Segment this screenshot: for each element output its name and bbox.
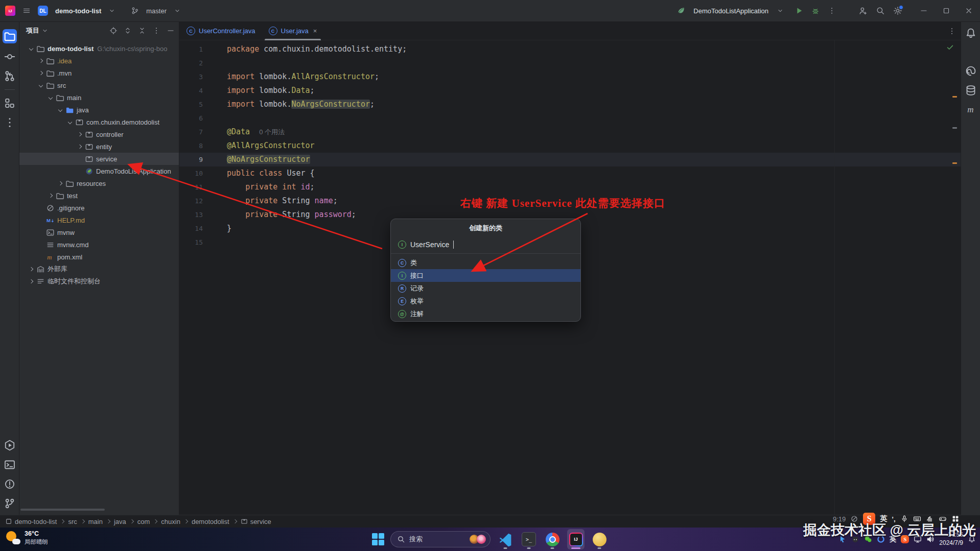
- ai-assistant-button[interactable]: [965, 65, 977, 77]
- project-view-chevron-icon[interactable]: [41, 27, 49, 34]
- locate-file-icon[interactable]: [109, 27, 118, 35]
- tree-item-resources[interactable]: resources: [19, 177, 179, 189]
- tree-item-mvnw[interactable]: mvnw: [19, 226, 179, 238]
- add-user-icon[interactable]: [858, 6, 868, 15]
- window-minimize-button[interactable]: [920, 7, 928, 15]
- line-number[interactable]: 10: [179, 166, 208, 180]
- pull-requests-tool-button[interactable]: [4, 70, 16, 82]
- more-run-options-icon[interactable]: [828, 7, 836, 15]
- tree-item-java[interactable]: java: [19, 104, 179, 116]
- tree-item-________[interactable]: 临时文件和控制台: [19, 275, 179, 288]
- line-number[interactable]: 8: [179, 139, 208, 153]
- structure-tool-button[interactable]: [4, 97, 16, 109]
- window-maximize-button[interactable]: [942, 7, 950, 15]
- line-number[interactable]: 1: [179, 42, 208, 56]
- tree-item-test[interactable]: test: [19, 189, 179, 202]
- taskbar-app-navicat[interactable]: [591, 529, 608, 549]
- services-tool-button[interactable]: [4, 439, 16, 451]
- panel-options-icon[interactable]: [152, 27, 160, 35]
- line-number[interactable]: 12: [179, 194, 208, 208]
- kind-item-record[interactable]: R记录: [391, 282, 580, 295]
- tree-chevron-icon[interactable]: [27, 265, 35, 273]
- line-number[interactable]: 13: [179, 208, 208, 222]
- taskbar-app-terminal[interactable]: >_: [520, 529, 538, 549]
- class-name-input[interactable]: I UserService: [391, 237, 580, 252]
- tree-chevron-icon[interactable]: [27, 277, 35, 285]
- project-tool-button[interactable]: [3, 29, 17, 43]
- tree-item-.mvn[interactable]: .mvn: [19, 67, 179, 79]
- main-menu-icon[interactable]: [22, 7, 31, 15]
- line-number[interactable]: 4: [179, 84, 208, 98]
- database-tool-button[interactable]: [965, 84, 977, 97]
- project-badge[interactable]: DL: [38, 6, 48, 16]
- taskbar-search[interactable]: 搜索: [390, 531, 491, 547]
- horizontal-scrollbar[interactable]: [20, 509, 105, 511]
- window-close-button[interactable]: [965, 7, 973, 15]
- tree-item-mvnw.cmd[interactable]: mvnw.cmd: [19, 238, 179, 251]
- run-config-chevron-icon[interactable]: [777, 7, 784, 14]
- more-tools-button[interactable]: [4, 116, 16, 129]
- code-editor[interactable]: 1package com.chuxin.demotodolist.entity;…: [179, 40, 961, 249]
- taskbar-app-chrome[interactable]: [544, 529, 561, 549]
- line-number[interactable]: 11: [179, 180, 208, 194]
- tree-chevron-icon[interactable]: [46, 191, 55, 200]
- tree-chevron-icon[interactable]: [66, 118, 74, 126]
- debug-button[interactable]: [811, 7, 820, 15]
- collapse-all-icon[interactable]: [138, 27, 146, 35]
- git-branch-icon[interactable]: [131, 7, 139, 15]
- tree-chevron-icon[interactable]: [37, 57, 45, 65]
- line-number[interactable]: 15: [179, 235, 208, 249]
- project-name[interactable]: demo-todo-list: [55, 7, 101, 15]
- tree-chevron-icon[interactable]: [56, 106, 64, 114]
- breadcrumb-src[interactable]: src: [68, 518, 77, 525]
- branch-name[interactable]: master: [146, 7, 167, 15]
- kind-item-annotation[interactable]: @注解: [391, 307, 580, 320]
- breadcrumb-main[interactable]: main: [88, 518, 103, 525]
- kind-item-class[interactable]: C类: [391, 256, 580, 269]
- kind-item-enum[interactable]: E枚举: [391, 295, 580, 307]
- search-everywhere-icon[interactable]: [876, 6, 885, 15]
- tab-close-icon[interactable]: ×: [313, 27, 317, 35]
- line-number[interactable]: 5: [179, 98, 208, 111]
- breadcrumb-com[interactable]: com: [137, 518, 150, 525]
- run-config-name[interactable]: DemoTodoListApplication: [693, 7, 768, 15]
- tree-chevron-icon[interactable]: [37, 69, 45, 77]
- tree-item-main[interactable]: main: [19, 91, 179, 104]
- settings-gear-icon[interactable]: [893, 6, 902, 15]
- problems-tool-button[interactable]: [4, 478, 16, 490]
- tree-chevron-icon[interactable]: [46, 93, 55, 102]
- tab-options-icon[interactable]: [948, 27, 956, 35]
- version-control-tool-button[interactable]: [4, 497, 16, 510]
- tree-item-src[interactable]: src: [19, 79, 179, 91]
- breadcrumb-demo-todo-list[interactable]: demo-todo-list: [5, 518, 57, 525]
- tree-chevron-icon[interactable]: [56, 179, 64, 187]
- line-number[interactable]: 14: [179, 222, 208, 235]
- inspections-ok-icon[interactable]: [946, 43, 954, 51]
- breadcrumb-service[interactable]: service: [241, 518, 271, 525]
- line-number[interactable]: 9: [179, 153, 208, 166]
- line-number[interactable]: 7: [179, 125, 208, 139]
- tab-User.java[interactable]: CUser.java×: [263, 22, 323, 40]
- tree-item-controller[interactable]: controller: [19, 128, 179, 140]
- tree-chevron-icon[interactable]: [37, 81, 45, 89]
- tree-item-.idea[interactable]: .idea: [19, 55, 179, 67]
- breadcrumb-java[interactable]: java: [114, 518, 126, 525]
- tree-item-demo-todo-list[interactable]: demo-todo-listG:\chuxin-cs\spring-boo: [19, 42, 179, 55]
- tree-item-___[interactable]: 外部库: [19, 263, 179, 275]
- kind-item-interface[interactable]: I接口: [391, 269, 580, 282]
- line-number[interactable]: 2: [179, 56, 208, 70]
- tree-item-pom.xml[interactable]: mpom.xml: [19, 251, 179, 263]
- project-panel-title[interactable]: 项目: [26, 26, 39, 35]
- run-button[interactable]: [795, 7, 803, 15]
- tree-chevron-icon[interactable]: [76, 142, 84, 151]
- breadcrumb-chuxin[interactable]: chuxin: [161, 518, 180, 525]
- start-button[interactable]: [372, 533, 384, 545]
- taskbar-app-vscode[interactable]: [497, 529, 514, 549]
- maven-tool-button[interactable]: m: [965, 104, 977, 116]
- tree-item-com.chuxin.demotodolist[interactable]: com.chuxin.demotodolist: [19, 116, 179, 128]
- tree-chevron-icon[interactable]: [76, 130, 84, 138]
- tab-UserController.java[interactable]: CUserController.java: [180, 22, 262, 40]
- terminal-tool-button[interactable]: [4, 459, 16, 471]
- project-chevron-icon[interactable]: [108, 7, 115, 14]
- taskbar-app-idea[interactable]: IJ: [567, 529, 585, 549]
